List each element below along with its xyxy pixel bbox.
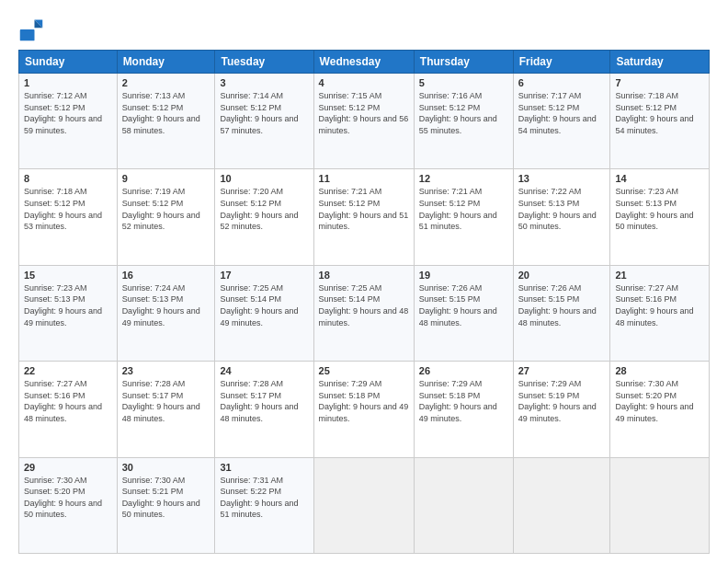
day-cell: 31 Sunrise: 7:31 AMSunset: 5:22 PMDaylig… bbox=[215, 457, 313, 553]
day-cell: 5 Sunrise: 7:16 AMSunset: 5:12 PMDayligh… bbox=[414, 74, 513, 169]
day-cell: 13 Sunrise: 7:22 AMSunset: 5:13 PMDaylig… bbox=[513, 169, 610, 265]
day-info: Sunrise: 7:28 AMSunset: 5:17 PMDaylight:… bbox=[122, 379, 200, 423]
day-cell: 26 Sunrise: 7:29 AMSunset: 5:18 PMDaylig… bbox=[414, 362, 513, 457]
day-cell: 20 Sunrise: 7:26 AMSunset: 5:15 PMDaylig… bbox=[513, 265, 610, 361]
day-cell: 17 Sunrise: 7:25 AMSunset: 5:14 PMDaylig… bbox=[215, 265, 313, 361]
day-info: Sunrise: 7:21 AMSunset: 5:12 PMDaylight:… bbox=[319, 187, 409, 231]
day-cell: 12 Sunrise: 7:21 AMSunset: 5:12 PMDaylig… bbox=[414, 169, 513, 265]
day-info: Sunrise: 7:27 AMSunset: 5:16 PMDaylight:… bbox=[24, 379, 102, 423]
day-cell: 15 Sunrise: 7:23 AMSunset: 5:13 PMDaylig… bbox=[19, 265, 118, 361]
day-cell: 18 Sunrise: 7:25 AMSunset: 5:14 PMDaylig… bbox=[313, 265, 414, 361]
day-number: 16 bbox=[122, 270, 210, 281]
day-header-tuesday: Tuesday bbox=[215, 51, 313, 74]
day-number: 26 bbox=[419, 365, 508, 376]
day-cell: 6 Sunrise: 7:17 AMSunset: 5:12 PMDayligh… bbox=[513, 74, 610, 169]
day-cell: 23 Sunrise: 7:28 AMSunset: 5:17 PMDaylig… bbox=[117, 362, 215, 457]
day-cell: 30 Sunrise: 7:30 AMSunset: 5:21 PMDaylig… bbox=[117, 457, 215, 553]
day-cell: 11 Sunrise: 7:21 AMSunset: 5:12 PMDaylig… bbox=[313, 169, 414, 265]
day-number: 2 bbox=[122, 77, 210, 88]
day-info: Sunrise: 7:13 AMSunset: 5:12 PMDaylight:… bbox=[122, 91, 200, 135]
day-info: Sunrise: 7:30 AMSunset: 5:20 PMDaylight:… bbox=[24, 476, 102, 520]
day-cell: 16 Sunrise: 7:24 AMSunset: 5:13 PMDaylig… bbox=[117, 265, 215, 361]
week-row-1: 1 Sunrise: 7:12 AMSunset: 5:12 PMDayligh… bbox=[19, 74, 710, 169]
day-cell: 25 Sunrise: 7:29 AMSunset: 5:18 PMDaylig… bbox=[313, 362, 414, 457]
day-header-wednesday: Wednesday bbox=[313, 51, 414, 74]
day-number: 29 bbox=[24, 462, 112, 473]
day-cell: 3 Sunrise: 7:14 AMSunset: 5:12 PMDayligh… bbox=[215, 74, 313, 169]
day-number: 11 bbox=[319, 173, 409, 184]
day-cell: 2 Sunrise: 7:13 AMSunset: 5:12 PMDayligh… bbox=[117, 74, 215, 169]
day-info: Sunrise: 7:23 AMSunset: 5:13 PMDaylight:… bbox=[24, 283, 102, 327]
day-info: Sunrise: 7:12 AMSunset: 5:12 PMDaylight:… bbox=[24, 91, 102, 135]
day-info: Sunrise: 7:29 AMSunset: 5:18 PMDaylight:… bbox=[419, 379, 497, 423]
day-number: 1 bbox=[24, 77, 112, 88]
day-info: Sunrise: 7:28 AMSunset: 5:17 PMDaylight:… bbox=[220, 379, 298, 423]
calendar-body: 1 Sunrise: 7:12 AMSunset: 5:12 PMDayligh… bbox=[19, 74, 710, 554]
page: SundayMondayTuesdayWednesdayThursdayFrid… bbox=[0, 0, 728, 563]
day-number: 21 bbox=[615, 270, 704, 281]
day-cell bbox=[313, 457, 414, 553]
calendar-table: SundayMondayTuesdayWednesdayThursdayFrid… bbox=[18, 50, 710, 554]
day-cell bbox=[513, 457, 610, 553]
day-number: 10 bbox=[220, 173, 308, 184]
day-number: 7 bbox=[615, 77, 704, 88]
day-number: 23 bbox=[122, 365, 210, 376]
day-info: Sunrise: 7:18 AMSunset: 5:12 PMDaylight:… bbox=[615, 91, 693, 135]
day-number: 8 bbox=[24, 173, 112, 184]
day-cell: 24 Sunrise: 7:28 AMSunset: 5:17 PMDaylig… bbox=[215, 362, 313, 457]
day-info: Sunrise: 7:25 AMSunset: 5:14 PMDaylight:… bbox=[220, 283, 298, 327]
day-number: 17 bbox=[220, 270, 308, 281]
day-number: 6 bbox=[518, 77, 606, 88]
week-row-3: 15 Sunrise: 7:23 AMSunset: 5:13 PMDaylig… bbox=[19, 265, 710, 361]
day-info: Sunrise: 7:21 AMSunset: 5:12 PMDaylight:… bbox=[419, 187, 497, 231]
day-info: Sunrise: 7:27 AMSunset: 5:16 PMDaylight:… bbox=[615, 283, 693, 327]
day-info: Sunrise: 7:29 AMSunset: 5:18 PMDaylight:… bbox=[319, 379, 409, 423]
day-info: Sunrise: 7:30 AMSunset: 5:21 PMDaylight:… bbox=[122, 476, 200, 520]
day-header-thursday: Thursday bbox=[414, 51, 513, 74]
day-number: 31 bbox=[220, 462, 308, 473]
calendar-header: SundayMondayTuesdayWednesdayThursdayFrid… bbox=[19, 51, 710, 74]
day-info: Sunrise: 7:19 AMSunset: 5:12 PMDaylight:… bbox=[122, 187, 200, 231]
day-info: Sunrise: 7:30 AMSunset: 5:20 PMDaylight:… bbox=[615, 379, 693, 423]
day-number: 19 bbox=[419, 270, 508, 281]
day-number: 13 bbox=[518, 173, 606, 184]
day-header-monday: Monday bbox=[117, 51, 215, 74]
day-info: Sunrise: 7:26 AMSunset: 5:15 PMDaylight:… bbox=[518, 283, 597, 327]
day-cell: 19 Sunrise: 7:26 AMSunset: 5:15 PMDaylig… bbox=[414, 265, 513, 361]
day-cell: 28 Sunrise: 7:30 AMSunset: 5:20 PMDaylig… bbox=[610, 362, 710, 457]
logo-icon bbox=[18, 17, 44, 42]
week-row-4: 22 Sunrise: 7:27 AMSunset: 5:16 PMDaylig… bbox=[19, 362, 710, 457]
day-number: 15 bbox=[24, 270, 112, 281]
day-number: 4 bbox=[319, 77, 409, 88]
day-cell: 22 Sunrise: 7:27 AMSunset: 5:16 PMDaylig… bbox=[19, 362, 118, 457]
day-cell bbox=[610, 457, 710, 553]
day-number: 28 bbox=[615, 365, 704, 376]
day-cell: 9 Sunrise: 7:19 AMSunset: 5:12 PMDayligh… bbox=[117, 169, 215, 265]
day-cell: 10 Sunrise: 7:20 AMSunset: 5:12 PMDaylig… bbox=[215, 169, 313, 265]
day-header-saturday: Saturday bbox=[610, 51, 710, 74]
day-header-friday: Friday bbox=[513, 51, 610, 74]
day-number: 5 bbox=[419, 77, 508, 88]
day-header-sunday: Sunday bbox=[19, 51, 118, 74]
day-info: Sunrise: 7:23 AMSunset: 5:13 PMDaylight:… bbox=[615, 187, 693, 231]
day-info: Sunrise: 7:14 AMSunset: 5:12 PMDaylight:… bbox=[220, 91, 298, 135]
day-number: 9 bbox=[122, 173, 210, 184]
day-cell: 27 Sunrise: 7:29 AMSunset: 5:19 PMDaylig… bbox=[513, 362, 610, 457]
day-cell: 1 Sunrise: 7:12 AMSunset: 5:12 PMDayligh… bbox=[19, 74, 118, 169]
day-number: 12 bbox=[419, 173, 508, 184]
header-row: SundayMondayTuesdayWednesdayThursdayFrid… bbox=[19, 51, 710, 74]
day-number: 20 bbox=[518, 270, 606, 281]
day-info: Sunrise: 7:18 AMSunset: 5:12 PMDaylight:… bbox=[24, 187, 102, 231]
day-number: 27 bbox=[518, 365, 606, 376]
week-row-5: 29 Sunrise: 7:30 AMSunset: 5:20 PMDaylig… bbox=[19, 457, 710, 553]
day-info: Sunrise: 7:22 AMSunset: 5:13 PMDaylight:… bbox=[518, 187, 597, 231]
day-cell bbox=[414, 457, 513, 553]
header bbox=[18, 17, 710, 42]
day-cell: 7 Sunrise: 7:18 AMSunset: 5:12 PMDayligh… bbox=[610, 74, 710, 169]
day-cell: 29 Sunrise: 7:30 AMSunset: 5:20 PMDaylig… bbox=[19, 457, 118, 553]
day-info: Sunrise: 7:16 AMSunset: 5:12 PMDaylight:… bbox=[419, 91, 497, 135]
day-info: Sunrise: 7:24 AMSunset: 5:13 PMDaylight:… bbox=[122, 283, 200, 327]
day-number: 24 bbox=[220, 365, 308, 376]
day-info: Sunrise: 7:25 AMSunset: 5:14 PMDaylight:… bbox=[319, 283, 409, 327]
day-number: 25 bbox=[319, 365, 409, 376]
